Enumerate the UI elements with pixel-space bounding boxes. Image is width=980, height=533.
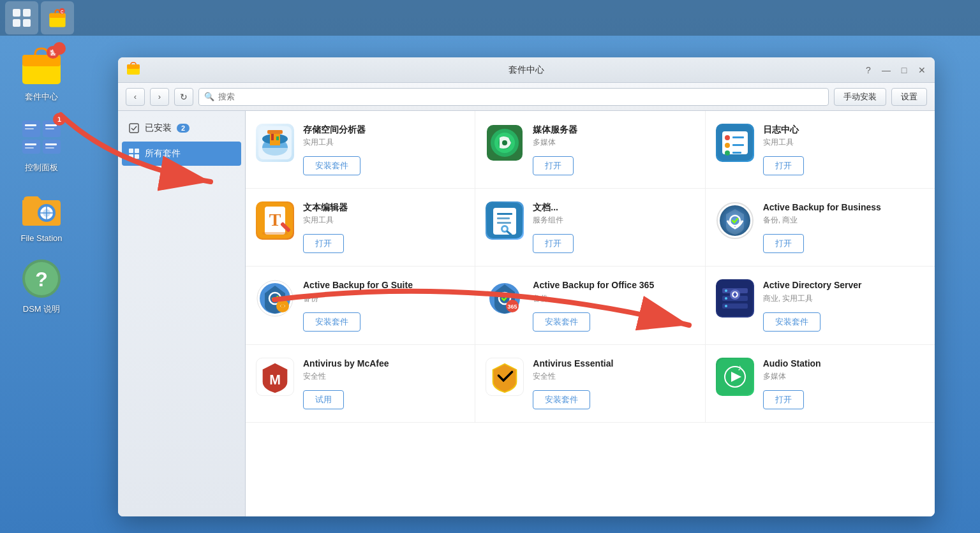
pkg-name: 存储空间分析器 [303, 124, 464, 135]
desktop-icon-dsm-help[interactable]: ? DSM 说明 [13, 257, 70, 315]
desktop-icon-file-station[interactable]: File Station [13, 186, 70, 244]
pkg-name: Antivirus Essential [533, 358, 694, 369]
package-row: M Antivirus by McAfee 安全性 试用 [246, 345, 935, 423]
svg-rect-3 [23, 19, 31, 27]
list-item: 存储空间分析器 实用工具 安装套件 [246, 111, 475, 188]
pkg-name: 媒体服务器 [533, 124, 694, 135]
sidebar: 已安装 2 所有套件 [118, 111, 246, 516]
active-backup-business-icon [716, 201, 754, 240]
control-panel-label: 控制面板 [25, 163, 58, 173]
installed-label: 已安装 [145, 122, 172, 134]
active-backup-gsuite-btn[interactable]: 安装套件 [303, 312, 360, 332]
all-packages-label: 所有套件 [145, 148, 181, 159]
window-title: 套件中心 [509, 64, 544, 76]
svg-point-57 [725, 150, 730, 156]
svg-rect-56 [732, 144, 744, 146]
pkg-category: 实用工具 [763, 137, 924, 148]
search-bar: 🔍 [198, 88, 829, 106]
desktop-icon-package-center[interactable]: 套 套件中心 [13, 45, 70, 103]
svg-rect-1 [23, 9, 31, 17]
list-item: Active Directory Server 商业, 实用工具 安装套件 [706, 266, 935, 344]
antivirus-essential-icon [486, 358, 524, 396]
pkg-name: 日志中心 [763, 124, 924, 135]
active-backup-office365-icon: 365 [486, 279, 524, 318]
window-controls: ? — □ ✕ [863, 65, 927, 75]
minimize-btn[interactable]: — [881, 65, 891, 75]
storage-analyzer-btn[interactable]: 安装套件 [303, 156, 360, 175]
active-backup-business-info: Active Backup for Business 备份, 商业 打开 [763, 201, 924, 253]
doc-viewer-btn[interactable]: 打开 [533, 234, 574, 253]
sidebar-item-all-packages[interactable]: 所有套件 [122, 142, 241, 166]
active-directory-server-btn[interactable]: 安装套件 [763, 312, 820, 332]
active-directory-server-icon [716, 279, 754, 318]
manual-install-button[interactable]: 手动安装 [834, 88, 886, 106]
svg-rect-34 [130, 124, 138, 133]
list-item: 365 Active Backup for Office 365 备份 安装套件 [475, 266, 705, 344]
antivirus-essential-btn[interactable]: 安装套件 [533, 390, 590, 409]
back-button[interactable]: ‹ [126, 88, 145, 106]
taskbar-package-center-btn[interactable]: C [41, 1, 74, 34]
refresh-button[interactable]: ↻ [174, 88, 193, 106]
search-input[interactable] [218, 92, 823, 101]
settings-button[interactable]: 设置 [891, 88, 927, 106]
svg-point-55 [725, 143, 730, 148]
sidebar-item-installed[interactable]: 已安装 2 [118, 116, 245, 140]
list-item: Antivirus Essential 安全性 安装套件 [475, 345, 705, 422]
active-backup-business-btn[interactable]: 打开 [763, 234, 804, 253]
dsm-help-label: DSM 说明 [23, 304, 61, 315]
pkg-category: 服务组件 [533, 215, 694, 226]
pkg-name: 文档... [533, 201, 694, 213]
svg-rect-14 [22, 140, 40, 154]
svg-rect-22 [45, 143, 57, 145]
taskbar-grid-btn[interactable] [5, 1, 38, 34]
svg-rect-35 [129, 149, 133, 153]
package-center-badge [53, 42, 66, 55]
text-editor-btn[interactable]: 打开 [303, 234, 344, 253]
doc-viewer-info: 文档... 服务组件 打开 [533, 201, 694, 253]
active-backup-office365-btn[interactable]: 安装套件 [533, 312, 590, 332]
pkg-category: 实用工具 [303, 137, 464, 148]
list-item: T 文本编辑器 实用工具 打开 [246, 189, 475, 266]
help-btn[interactable]: ? [863, 65, 873, 75]
pkg-name: Active Backup for Business [763, 201, 924, 213]
desktop-icons: 套 套件中心 1 控制面板 [13, 45, 70, 315]
svg-rect-0 [13, 9, 20, 17]
search-icon: 🔍 [204, 92, 214, 101]
forward-button[interactable]: › [150, 88, 169, 106]
svg-rect-33 [127, 64, 140, 69]
svg-rect-18 [45, 124, 57, 126]
media-server-btn[interactable]: 打开 [533, 156, 574, 175]
pkg-name: Active Backup for G Suite [303, 279, 464, 291]
text-editor-info: 文本编辑器 实用工具 打开 [303, 201, 464, 253]
list-item: 文档... 服务组件 打开 [475, 189, 705, 266]
audio-station-btn[interactable]: 打开 [763, 390, 804, 409]
audio-station-info: Audio Station 多媒体 打开 [763, 358, 924, 409]
package-center-window: 套件中心 ? — □ ✕ ‹ › ↻ 🔍 手动安装 设置 已安装 2 [118, 57, 935, 516]
svg-rect-5 [49, 13, 65, 18]
maximize-btn[interactable]: □ [899, 65, 909, 75]
svg-rect-62 [262, 232, 288, 235]
svg-point-89 [725, 297, 727, 300]
pkg-category: 备份, 商业 [763, 215, 924, 226]
window-icon [126, 61, 141, 79]
pkg-name: 文本编辑器 [303, 201, 464, 213]
desktop-icon-control-panel[interactable]: 1 控制面板 [13, 115, 70, 173]
control-panel-badge: 1 [53, 113, 66, 126]
doc-viewer-icon [486, 201, 524, 240]
close-btn[interactable]: ✕ [917, 65, 927, 75]
pkg-category: 备份 [303, 293, 464, 304]
log-center-btn[interactable]: 打开 [763, 156, 804, 175]
svg-text:♪: ♪ [738, 362, 742, 372]
package-row: 存储空间分析器 实用工具 安装套件 [246, 111, 935, 189]
svg-text:365: 365 [508, 303, 517, 310]
svg-rect-15 [43, 140, 61, 154]
pkg-name: Active Backup for Office 365 [533, 279, 694, 291]
pkg-category: 安全性 [303, 371, 464, 382]
svg-rect-44 [271, 134, 274, 140]
audio-station-icon: ♪ [716, 358, 754, 396]
antivirus-mcafee-info: Antivirus by McAfee 安全性 试用 [303, 358, 464, 409]
svg-rect-67 [497, 217, 510, 219]
log-center-info: 日志中心 实用工具 打开 [763, 124, 924, 175]
antivirus-mcafee-btn[interactable]: 试用 [303, 390, 344, 409]
package-row: T 文本编辑器 实用工具 打开 [246, 189, 935, 266]
